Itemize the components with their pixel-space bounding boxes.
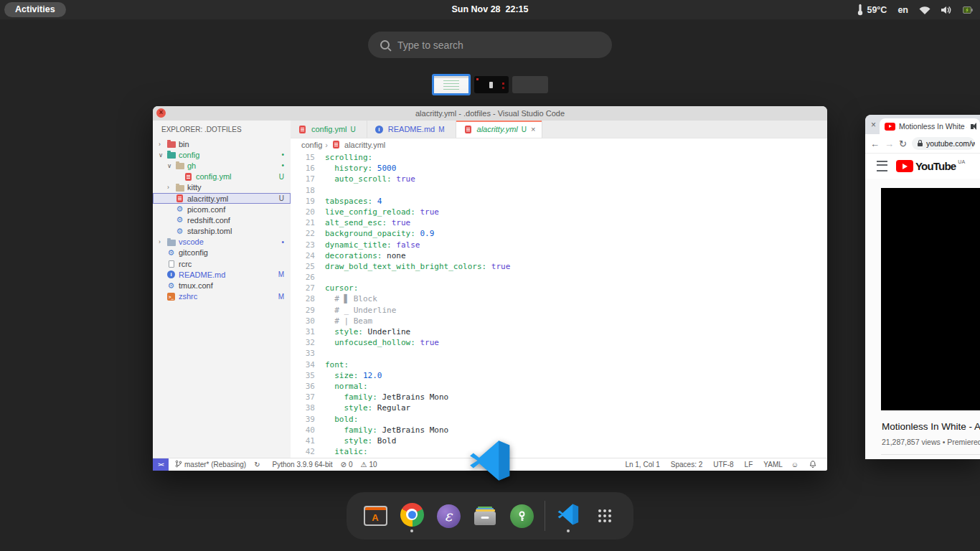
vscode-icon xyxy=(557,504,579,528)
address-bar[interactable]: youtube.com/wa xyxy=(912,137,975,150)
tab-audio-icon[interactable] xyxy=(971,124,974,129)
tree-item[interactable]: ⚙ starship.toml xyxy=(153,226,291,237)
video-player[interactable] xyxy=(881,188,980,410)
dock: A ε xyxy=(347,492,633,540)
dock-item[interactable] xyxy=(555,499,582,533)
status-item[interactable]: master* (Rebasing) xyxy=(175,460,246,469)
status-item[interactable]: LF xyxy=(743,461,753,468)
dock-item[interactable] xyxy=(508,499,535,533)
line-number: 22 xyxy=(291,228,315,239)
browser-tab[interactable]: Motionless In White - A xyxy=(880,118,980,134)
status-item[interactable]: YAML xyxy=(761,461,783,468)
vscode-window[interactable]: × alacritty.yml - .dotfiles - Visual Stu… xyxy=(153,106,827,471)
dock-item[interactable]: A xyxy=(362,499,389,533)
line-number: 19 xyxy=(291,196,315,207)
line-number: 34 xyxy=(291,359,315,370)
code-line: 39 bold: xyxy=(291,414,827,425)
line-number: 20 xyxy=(291,207,315,217)
file-name: kitty xyxy=(187,183,202,192)
file-name: README.md xyxy=(179,270,225,279)
line-number: 16 xyxy=(291,163,315,174)
tree-item[interactable]: ⚙ gitconfig xyxy=(153,248,291,258)
status-item[interactable]: UTF-8 xyxy=(711,461,733,468)
tree-item[interactable]: alacritty.yml U xyxy=(153,193,291,204)
temperature-indicator[interactable]: 59°C xyxy=(857,4,887,16)
search-icon xyxy=(380,40,390,50)
back-button[interactable]: ← xyxy=(870,138,880,149)
browser-toolbar: ← → ↻ youtube.com/wa xyxy=(865,134,980,154)
app-grid-button[interactable] xyxy=(591,499,618,533)
tree-item[interactable]: >_ zshrc M xyxy=(153,291,291,302)
tree-item[interactable]: › vscode • xyxy=(153,237,291,248)
youtube-logo[interactable]: YouTube UA xyxy=(896,160,965,172)
dock-item[interactable]: ε xyxy=(435,499,462,533)
gear-icon: ⚙ xyxy=(174,216,185,224)
youtube-logo-text: YouTube xyxy=(915,160,956,172)
code-line: 35 size: 12.0 xyxy=(291,370,827,381)
gear-icon: ⚙ xyxy=(166,249,176,257)
menu-icon[interactable] xyxy=(877,161,887,171)
tree-item[interactable]: rcrc xyxy=(153,258,291,269)
tree-item[interactable]: config.yml U xyxy=(153,171,291,182)
vscode-titlebar[interactable]: × alacritty.yml - .dotfiles - Visual Stu… xyxy=(153,106,827,121)
status-item[interactable]: ↻ xyxy=(254,461,262,468)
tree-item[interactable]: ⚙ redshift.conf xyxy=(153,215,291,225)
file-name: gh xyxy=(187,161,196,170)
tree-item[interactable]: ⚙ picom.conf xyxy=(153,204,291,215)
activities-button[interactable]: Activities xyxy=(4,2,66,17)
tab-label: README.md xyxy=(388,125,435,133)
dock-item[interactable] xyxy=(398,499,425,533)
tree-item[interactable]: ∨ config • xyxy=(153,149,291,160)
folder-grey-icon xyxy=(166,238,176,246)
forward-button[interactable]: → xyxy=(885,138,894,149)
dock-item[interactable] xyxy=(471,499,499,533)
editor-group: config.yml U i README.md M alacritty.ym xyxy=(291,121,827,458)
line-number: 32 xyxy=(291,337,315,348)
explorer-header: EXPLORER: .DOTFILES xyxy=(161,126,242,133)
code-editor[interactable]: 15 scrolling: 16 history: 5000 17 auto_s… xyxy=(291,151,827,458)
bell-icon xyxy=(809,460,816,469)
editor-tab[interactable]: config.yml U xyxy=(291,121,367,138)
tab-close-button[interactable]: × xyxy=(871,120,876,130)
tree-item[interactable]: › kitty xyxy=(153,182,291,193)
line-number: 18 xyxy=(291,185,315,196)
system-tray[interactable]: 59°C en xyxy=(857,0,973,19)
clock[interactable]: Sun Nov 28 22:15 xyxy=(452,0,529,19)
chrome-window[interactable]: × Motionless In White - A ← → ↻ youtube.… xyxy=(865,115,980,459)
editor-tab[interactable]: i README.md M xyxy=(367,121,456,138)
status-item[interactable]: ⊘0 xyxy=(341,461,353,468)
tree-item[interactable]: ∨ gh • xyxy=(153,160,291,171)
breadcrumb[interactable]: config alacritty.yml xyxy=(291,138,827,151)
running-indicator xyxy=(567,529,570,532)
info-icon: i xyxy=(166,270,176,278)
keyboard-layout[interactable]: en xyxy=(897,5,908,15)
workspace-thumbnail-empty[interactable] xyxy=(512,76,548,93)
yaml-icon xyxy=(463,126,473,133)
remote-indicator[interactable]: >< xyxy=(153,458,169,471)
breadcrumb-file[interactable]: alacritty.yml xyxy=(344,141,385,149)
tree-item[interactable]: i README.md M xyxy=(153,269,291,280)
status-item[interactable]: Spaces: 2 xyxy=(669,461,702,468)
file-name: alacritty.yml xyxy=(187,194,228,203)
breadcrumb-separator xyxy=(325,141,328,149)
tab-close-button[interactable]: × xyxy=(531,125,535,133)
breadcrumb-folder[interactable]: config xyxy=(301,141,322,149)
status-item[interactable]: ☺ xyxy=(791,461,801,468)
tree-item[interactable]: › bin xyxy=(153,138,291,149)
status-item[interactable]: Python 3.9.9 64-bit xyxy=(270,461,333,468)
reload-button[interactable]: ↻ xyxy=(899,138,907,149)
window-close-button[interactable]: × xyxy=(156,108,166,118)
status-item[interactable]: Ln 1, Col 1 xyxy=(623,461,659,468)
youtube-region-label: UA xyxy=(958,159,965,164)
search-bar[interactable]: Type to search xyxy=(368,32,612,58)
tree-item[interactable]: ⚙ tmux.conf xyxy=(153,280,291,291)
tree-chevron-icon: › xyxy=(159,238,166,245)
file-name: tmux.conf xyxy=(179,281,213,290)
status-item[interactable] xyxy=(809,460,819,469)
workspace-thumbnail-active[interactable] xyxy=(432,74,471,95)
yaml-icon xyxy=(174,194,185,202)
git-status-badge: M xyxy=(278,270,284,278)
editor-tab[interactable]: alacritty.yml U × xyxy=(456,121,543,138)
status-item[interactable]: ⚠10 xyxy=(360,461,377,468)
workspace-thumbnail[interactable] xyxy=(474,76,509,93)
